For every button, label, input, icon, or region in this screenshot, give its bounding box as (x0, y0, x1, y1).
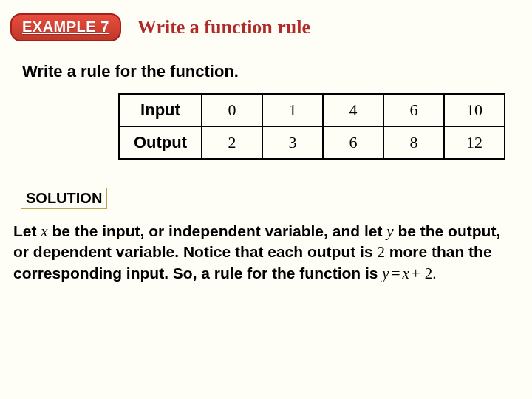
var-y: y (386, 222, 393, 240)
solution-label: SOLUTION (21, 188, 107, 209)
var-x: x (41, 222, 47, 240)
instruction-text: Write a rule for the function. (22, 62, 532, 81)
eqn-const: 2. (423, 265, 439, 282)
equals-sign: = (389, 265, 403, 282)
row-label-output: Output (119, 126, 202, 159)
table-cell: 12 (444, 126, 505, 159)
eqn-x: x (403, 265, 409, 282)
table-cell: 1 (262, 94, 323, 126)
num-two: 2 (377, 243, 385, 261)
table-cell: 8 (383, 126, 444, 159)
table-row: Output 2 3 6 8 12 (119, 126, 505, 159)
table-cell: 6 (383, 94, 444, 126)
eqn-y: y (382, 265, 389, 282)
equation: y=x+2. (382, 265, 438, 282)
table-cell: 2 (202, 126, 262, 159)
table-cell: 0 (202, 94, 262, 126)
example-badge: EXAMPLE 7 (10, 13, 121, 41)
table-cell: 6 (323, 126, 383, 159)
function-table: Input 0 1 4 6 10 Output 2 3 6 8 12 (118, 93, 505, 160)
table-cell: 4 (323, 94, 383, 126)
text-fragment: Let (13, 222, 41, 239)
table-cell: 3 (262, 126, 323, 159)
plus-sign: + (409, 265, 423, 282)
page-title: Write a function rule (137, 16, 310, 38)
text-fragment: be the input, or independent variable, a… (48, 222, 387, 239)
header: EXAMPLE 7 Write a function rule (0, 0, 532, 47)
table-cell: 10 (444, 94, 505, 126)
solution-text: Let x be the input, or independent varia… (13, 221, 502, 284)
table-row: Input 0 1 4 6 10 (119, 94, 505, 126)
row-label-input: Input (119, 94, 202, 126)
